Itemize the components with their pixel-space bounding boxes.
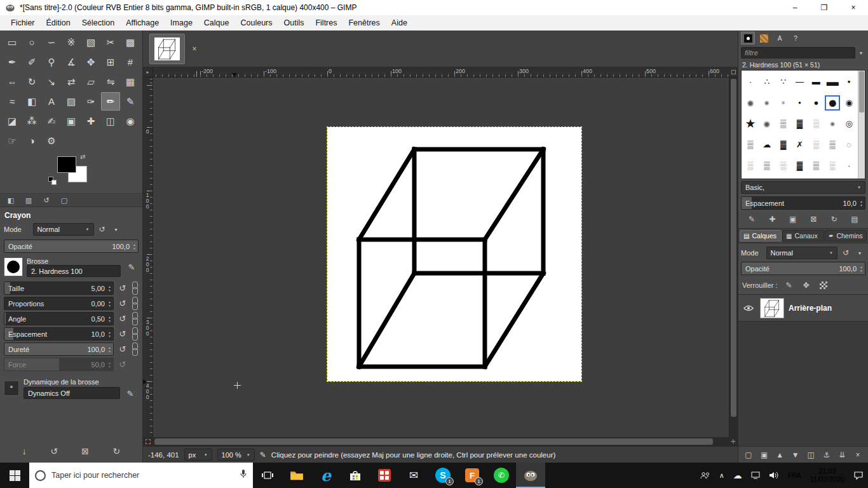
brush-thumb[interactable]: ● (759, 116, 775, 132)
brush-grid-scrollbar[interactable] (858, 71, 865, 179)
brush-thumb[interactable]: ░ (776, 158, 791, 173)
paint-mode-select[interactable]: Normal ▼ (33, 223, 94, 236)
brushes-tab[interactable] (741, 32, 755, 44)
brush-thumb[interactable]: ★ (743, 116, 758, 132)
menu-item[interactable]: Outils (278, 15, 310, 30)
flip-tool[interactable]: ⇋ (101, 72, 120, 91)
spinner-icon[interactable]: ▲▼ (107, 282, 112, 294)
raise-layer-button[interactable]: ▲ (774, 449, 785, 461)
mail-button[interactable]: ✉ (399, 463, 428, 488)
link-to-brush-icon[interactable] (132, 327, 139, 341)
gegl-operation-tool[interactable]: ⚙ (42, 132, 61, 150)
perspective-clone-tool[interactable]: ◫ (101, 112, 120, 130)
restore-tool-preset-button[interactable]: ↺ (50, 446, 58, 456)
gradient-tool[interactable]: ▨ (62, 92, 81, 111)
action-center-button[interactable] (849, 463, 868, 488)
brush-thumb[interactable]: ░ (743, 158, 758, 173)
airbrush-tool[interactable]: ⁂ (22, 112, 41, 130)
skype-button[interactable]: S 1 (428, 463, 458, 488)
cage-transform-tool[interactable]: ▦ (121, 72, 140, 91)
select-by-color-tool[interactable]: ▧ (81, 33, 100, 51)
mode-menu-button[interactable]: ▼ (111, 223, 122, 236)
brush-thumb[interactable]: ✗ (792, 137, 807, 152)
scale-tool[interactable]: ↘ (42, 72, 61, 91)
force-slider[interactable]: Force 50,0 ▲▼ (4, 358, 114, 371)
menu-item[interactable]: Calque (198, 15, 235, 30)
color-picker-tool[interactable]: ✐ (22, 53, 41, 71)
measure-tool[interactable]: ∡ (62, 53, 81, 71)
lock-pixels-icon[interactable]: ✎ (783, 279, 795, 292)
clone-tool[interactable]: ▣ (62, 112, 81, 130)
layer-mode-reset-button[interactable]: ↺ (840, 247, 851, 259)
horizontal-ruler[interactable]: -200-1000100200300400500600 (153, 67, 729, 78)
language-indicator[interactable]: FRA (783, 463, 806, 488)
reset-icon[interactable]: ↺ (116, 328, 129, 341)
scissors-select-tool[interactable]: ✂ (101, 33, 120, 51)
perspective-tool[interactable]: ▱ (81, 72, 100, 91)
onedrive-icon[interactable]: ☁ (729, 463, 747, 488)
brush-thumb[interactable]: ▬ (825, 74, 840, 90)
brush-thumb[interactable]: ░ (808, 116, 824, 132)
unified-transform-tool[interactable]: ⇔ (3, 72, 22, 91)
hardness-slider[interactable]: Dureté 100,0 ▲▼ (4, 342, 114, 356)
close-tab-icon[interactable]: × (189, 43, 200, 55)
text-tool[interactable]: A (42, 92, 61, 111)
network-icon[interactable] (747, 463, 764, 488)
dynamics-field[interactable]: Dynamics Off (24, 387, 120, 399)
link-to-brush-icon[interactable] (132, 342, 139, 356)
delete-layer-button[interactable]: × (852, 449, 864, 461)
blur-sharpen-tool[interactable]: ◉ (121, 112, 140, 130)
tab-calques[interactable]: ▤ Calques (740, 230, 782, 241)
ellipse-select-tool[interactable]: ○ (22, 33, 41, 51)
dynamics-icon[interactable]: ＊ (4, 381, 19, 396)
paths-tool[interactable]: ✒ (3, 53, 22, 71)
brush-thumb[interactable]: ░ (808, 137, 824, 152)
whatsapp-button[interactable]: ✆ (487, 463, 516, 488)
tab-canaux[interactable]: ▦ Canaux (782, 230, 824, 241)
pencil-tool[interactable]: ✏ (101, 92, 120, 111)
align-tool[interactable]: ⊞ (101, 53, 120, 71)
edit-dynamics-icon[interactable]: ✎ (123, 386, 137, 400)
spinner-icon[interactable]: ▲▼ (107, 297, 112, 309)
brush-thumb[interactable]: ● (825, 116, 840, 132)
device-status-tab[interactable]: ▥ (20, 194, 37, 206)
reset-icon[interactable]: ↺ (116, 282, 129, 295)
crop-tool[interactable]: # (121, 53, 140, 71)
scrollbar-thumb[interactable] (154, 438, 713, 445)
brush-thumb[interactable]: ◉ (841, 95, 857, 111)
delete-tool-preset-button[interactable]: ⊠ (81, 446, 89, 456)
microphone-icon[interactable] (240, 469, 247, 482)
hidden-icons-chevron[interactable]: ∧ (715, 463, 729, 488)
vertical-ruler[interactable]: 0100200300400 (143, 78, 153, 437)
reset-icon[interactable]: ↺ (116, 343, 129, 356)
fonts-tab[interactable]: A (773, 32, 787, 44)
zoom-select[interactable]: 100 % ▼ (217, 449, 255, 461)
mypaint-brush-tool[interactable]: ✍ (42, 112, 61, 130)
merge-down-button[interactable]: ⇊ (836, 449, 848, 461)
patterns-tab[interactable] (757, 32, 771, 44)
rectangle-select-tool[interactable]: ▭ (3, 33, 22, 51)
default-colors-icon[interactable] (48, 177, 58, 187)
menu-item[interactable]: Aide (386, 15, 413, 30)
brush-thumb[interactable]: ☁ (759, 137, 775, 152)
menu-item[interactable]: Fenêtres (342, 15, 385, 30)
document-history-tab[interactable]: ? (789, 32, 803, 44)
new-layer-group-button[interactable]: ▣ (759, 449, 770, 461)
eraser-tool[interactable]: ◪ (3, 112, 22, 130)
layer-visibility-eye-icon[interactable] (742, 305, 756, 311)
brush-thumb[interactable]: ▒ (808, 158, 824, 173)
open-brush-button[interactable]: ▤ (849, 213, 860, 226)
foreground-select-tool[interactable]: ▩ (121, 33, 140, 51)
brush-thumb[interactable]: · (743, 74, 758, 90)
lower-layer-button[interactable]: ▼ (790, 449, 801, 461)
spinner-icon[interactable]: ▲▼ (107, 343, 112, 355)
brush-thumb[interactable]: ▒ (759, 158, 775, 173)
brush-thumb[interactable]: ▓ (792, 158, 807, 173)
menu-item[interactable]: Affichage (120, 15, 165, 30)
fuzzy-select-tool[interactable]: ※ (62, 33, 81, 51)
brush-thumb[interactable]: ◎ (841, 116, 857, 132)
brush-thumb[interactable]: ▪ (841, 74, 857, 90)
reset-icon[interactable]: ↺ (116, 358, 129, 371)
mode-reset-button[interactable]: ↺ (97, 223, 108, 236)
lock-alpha-icon[interactable] (818, 279, 829, 292)
